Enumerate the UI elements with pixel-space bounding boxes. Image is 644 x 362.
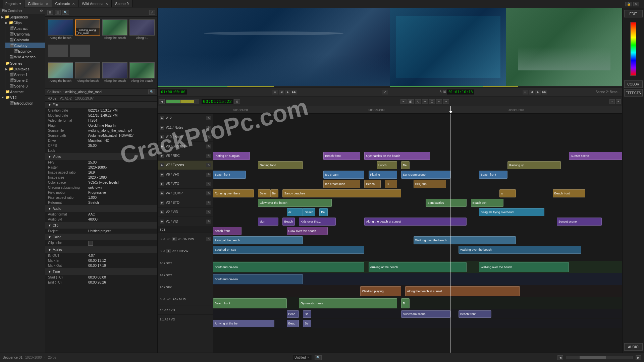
clip-beach-v5[interactable]: Beach — [364, 180, 381, 188]
clip-beach-front-v1b[interactable]: beach front — [213, 227, 241, 235]
scroll-right-btn[interactable]: ▶ — [636, 355, 641, 360]
clip-c[interactable]: C — [385, 180, 397, 188]
tree-equinox[interactable]: 🎬 Equinox — [0, 48, 45, 54]
clip-seagulls[interactable]: Seagulls flying overhead — [479, 208, 544, 216]
lock-btn[interactable]: 🔒 — [625, 2, 632, 6]
prog-prev-btn[interactable]: ◀ — [529, 90, 534, 95]
clip-be-v4[interactable]: Be — [270, 189, 278, 197]
sort-btn[interactable]: ⊞ — [47, 10, 53, 15]
tab-scene9[interactable]: Scene 9 — [112, 0, 132, 7]
clip-beach-front-v6b[interactable]: Beach front — [479, 171, 507, 179]
clip-beach-front-v6[interactable]: Beach front — [213, 171, 246, 179]
tl-zoom-in-btn[interactable]: + — [616, 99, 621, 104]
tree-outtakes[interactable]: ▶ 📁 Out-takes — [0, 66, 45, 72]
search-bottom-btn[interactable]: 🔍 — [315, 355, 322, 360]
list-view-btn[interactable]: ☰ — [55, 10, 61, 15]
search-clip-btn[interactable]: 🔍 — [148, 89, 155, 94]
clip-packing-up[interactable]: Packing up — [507, 161, 561, 169]
clip-beach-sch[interactable]: Beach sch — [471, 199, 504, 207]
scroll-left-btn[interactable]: ◀ — [557, 355, 563, 360]
effects-btn[interactable]: EFFECTS — [624, 89, 643, 97]
thumb-item-1[interactable]: Along the beach — [48, 19, 73, 43]
clip-beach-front-v8[interactable]: Beach front — [323, 152, 360, 160]
clip-be2-a6[interactable]: Be — [303, 320, 311, 327]
clip-section-header[interactable]: ▼ Clip — [45, 222, 157, 229]
clip-along-beach[interactable]: Along at the beach — [213, 236, 303, 244]
source-play-btn[interactable]: ⏮ — [272, 90, 278, 95]
clip-beach-front-a4[interactable]: Beach front — [213, 298, 287, 308]
thumb-item-8[interactable]: Along the beach — [129, 62, 155, 85]
clip-ice-cream[interactable]: Ice cream — [323, 171, 364, 179]
clip-southend-a2[interactable]: Southend-on-sea — [213, 274, 303, 284]
source-play-btn2[interactable]: ▶ — [285, 90, 290, 95]
tl-zoom-out-btn[interactable]: − — [609, 99, 614, 104]
thumb-item-3[interactable]: Along the beach — [102, 19, 127, 43]
tl-trim-btn[interactable]: ◧ — [408, 99, 414, 104]
tl-undo-btn[interactable]: ↩ — [436, 99, 442, 104]
clip-sign[interactable]: sign — [258, 218, 278, 226]
thumb-item-4[interactable]: Along t... — [129, 19, 155, 43]
tree-sequences[interactable]: ▶ 📁 Sequences — [0, 14, 45, 20]
clip-glow2[interactable]: Glow over the beach — [287, 227, 328, 235]
clip-glow[interactable]: Glow over the beach — [258, 199, 332, 207]
clip-b-a4[interactable]: B — [401, 298, 409, 308]
tl-back-btn[interactable]: ◀ — [159, 99, 165, 104]
clip-sandcastles[interactable]: Sandcastles — [426, 199, 467, 207]
clip-beac-a6[interactable]: Beac — [287, 320, 299, 327]
clip-walking-over[interactable]: Walking over the beach — [414, 236, 516, 244]
tree-scenes[interactable]: ▼ 📁 Scenes — [0, 60, 45, 66]
clip-sunset-v1[interactable]: Sunset scene — [557, 218, 602, 226]
clip-along-sunset[interactable]: Along the beach at sunset — [364, 218, 467, 226]
clip-along-sunset-a3[interactable]: Along the beach at sunset — [405, 286, 520, 296]
tab-california[interactable]: California ✕ — [24, 0, 52, 7]
clip-children-a3[interactable]: Children playing — [360, 286, 401, 296]
clip-kids[interactable]: Kids over the... — [299, 218, 336, 226]
clip-sunset[interactable]: Sunset scene — [569, 152, 622, 160]
clip-beach-v4[interactable]: Beach — [258, 189, 270, 197]
projects-dropdown[interactable]: Projects ▼ — [3, 0, 24, 8]
clip-gymnastics[interactable]: Gymnastics on the beach — [364, 152, 430, 160]
clip-running[interactable]: Running over the s — [213, 189, 254, 197]
tree-templates[interactable]: ▼ 📁 V12 — [0, 95, 45, 100]
clip-ar[interactable]: Ar — [287, 208, 303, 216]
timeline-scrollbar[interactable] — [566, 356, 633, 359]
clip-beach-front-v4[interactable]: Beach front — [553, 189, 586, 197]
clip-beac-a5[interactable]: Beac — [287, 310, 299, 318]
tl-select-btn[interactable]: ↖ — [415, 99, 421, 104]
clip-walking-a1[interactable]: Walking over the beach — [479, 262, 569, 272]
tab-colorado[interactable]: Colorado ✕ — [52, 0, 79, 7]
source-full-btn[interactable]: ⤢ — [382, 90, 388, 95]
marks-section-header[interactable]: ▼ Marks — [45, 247, 157, 253]
expand-media-btn[interactable]: ⤢ — [149, 10, 155, 15]
tab-wild-america[interactable]: Wild America ✕ — [78, 0, 112, 7]
thumb-item-5[interactable]: Along the beach — [48, 62, 73, 85]
tree-wild-america[interactable]: 🎬 Wild America — [0, 54, 45, 60]
source-prev-btn[interactable]: ◀ — [279, 90, 284, 95]
clip-be-v7[interactable]: Be — [401, 161, 409, 169]
video-section-header[interactable]: ▼ Video — [45, 154, 157, 160]
thumb-item-selected[interactable]: _ walking_along_the_road — [75, 19, 100, 43]
tree-cowboy[interactable]: 🎬 Cowboy — [0, 43, 45, 48]
tl-redo-btn[interactable]: ↪ — [443, 99, 449, 104]
clip-beach-v2[interactable]: Beach — [303, 208, 315, 216]
clip-beach-v4b[interactable]: w — [499, 189, 516, 197]
audio-btn[interactable]: AUDIO — [624, 343, 643, 351]
source-next-btn[interactable]: ▶▶ — [291, 90, 297, 95]
tree-colorado[interactable]: 🎬 Colorado — [0, 37, 45, 43]
clip-arriving-a6[interactable]: Arriving at the be — [213, 320, 274, 327]
clip-putting-sunglas[interactable]: Putting on sunglas — [213, 152, 250, 160]
clip-lunch[interactable]: Lunch — [377, 161, 397, 169]
clip-beach-v1[interactable]: Beach — [282, 218, 295, 226]
edit-btn[interactable]: EDIT — [624, 10, 643, 17]
tl-roll-btn[interactable]: ⇔ — [422, 99, 428, 104]
color-btn[interactable]: COLOR — [624, 80, 643, 88]
clip-southend-sea-a1[interactable]: Southend-on-sea — [213, 262, 364, 272]
audio-section-header[interactable]: ▼ Audio — [45, 205, 157, 212]
tree-sports[interactable]: ▼ 📁 Abstract — [0, 89, 45, 95]
tl-tc-type-btn[interactable]: ⊕ — [234, 99, 240, 104]
clip-arriving-a1[interactable]: Arriving at the beach — [369, 262, 467, 272]
clip-be-a5[interactable]: Be — [303, 310, 311, 318]
tree-california[interactable]: 🎬 California — [0, 31, 45, 37]
tl-slip-btn[interactable]: ⊡ — [429, 99, 435, 104]
clip-sandy[interactable]: Sandy beaches — [282, 189, 401, 197]
